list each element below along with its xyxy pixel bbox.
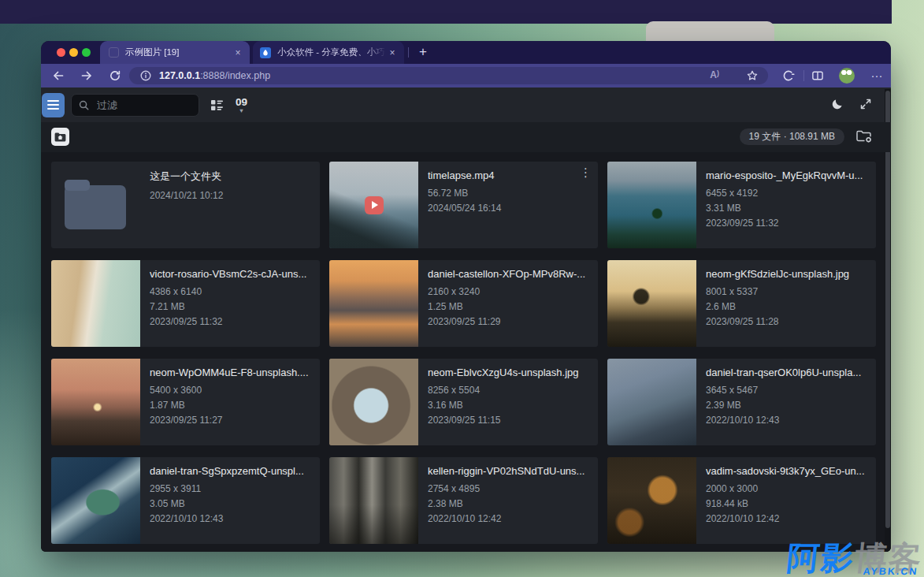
scrollbar-track[interactable]: [885, 89, 891, 552]
moon-icon[interactable]: [831, 97, 844, 110]
file-info: neom-gKfSdzielJc-unsplash.jpg 8001 x 533…: [696, 260, 876, 347]
file-card[interactable]: daniel-tran-SgSpxpzemtQ-unspl... 2955 x …: [51, 457, 320, 544]
list-layout-icon[interactable]: [210, 99, 224, 112]
url-path: :8888/index.php: [200, 70, 270, 81]
search-icon: [78, 99, 90, 111]
file-info: daniel-tran-qserOK0lp6U-unspla... 3645 x…: [696, 359, 876, 445]
file-dims: 8001 x 5337: [706, 285, 866, 300]
thumbnail: [51, 359, 140, 445]
url-host: 127.0.0.1: [159, 70, 200, 81]
site-info-icon[interactable]: [139, 69, 152, 82]
folder-settings-icon[interactable]: [855, 128, 873, 144]
tab-appinn[interactable]: 小众软件 - 分享免费、小巧、实用 ×: [253, 41, 404, 64]
file-card[interactable]: daniel-castellon-XFOp-MPv8Rw-... 2160 x …: [329, 260, 598, 347]
new-tab-button[interactable]: +: [414, 43, 432, 61]
read-aloud-icon[interactable]: A): [710, 69, 719, 80]
file-date: 2023/09/25 11:28: [706, 315, 866, 329]
file-date: 2023/09/25 11:32: [150, 315, 310, 329]
file-card[interactable]: 这是一个文件夹 2024/10/21 10:12: [51, 162, 320, 248]
thumbnail: [51, 260, 140, 347]
file-info: daniel-tran-SgSpxpzemtQ-unspl... 2955 x …: [140, 457, 320, 544]
toolbar-divider: [803, 70, 804, 81]
browser-navbar: 127.0.0.1:8888/index.php A) ···: [41, 64, 891, 87]
hamburger-menu-button[interactable]: [42, 93, 65, 117]
file-card[interactable]: neom-gKfSdzielJc-unsplash.jpg 8001 x 533…: [607, 260, 876, 347]
file-dims: 2000 x 3000: [706, 482, 866, 497]
favorite-star-icon[interactable]: [746, 69, 759, 82]
file-date: 2023/09/25 11:27: [150, 413, 310, 428]
zoom-window-button[interactable]: [82, 48, 91, 57]
file-name: neom-EblvcXzgU4s-unsplash.jpg: [428, 367, 588, 378]
home-folder-icon: [54, 130, 67, 143]
file-date: 2023/09/25 11:32: [706, 216, 866, 231]
file-name: neom-WpOMM4uE-F8-unsplash....: [150, 367, 310, 378]
close-window-button[interactable]: [57, 48, 65, 57]
file-size: 1.87 MB: [150, 398, 310, 413]
forward-arrow-icon[interactable]: [80, 69, 93, 82]
file-card[interactable]: mario-esposito-_MyEgkRqvvM-u... 6455 x 4…: [607, 162, 876, 248]
file-date: 2022/10/10 12:43: [150, 512, 310, 527]
file-dims: 2160 x 3240: [428, 285, 588, 300]
thumbnail: [51, 457, 140, 544]
file-card[interactable]: neom-EblvcXzgU4s-unsplash.jpg 8256 x 550…: [329, 359, 598, 445]
file-card[interactable]: kellen-riggin-VP02hSNdTdU-uns... 2754 x …: [329, 457, 598, 544]
sort-label: 09: [236, 96, 247, 108]
file-info: kellen-riggin-VP02hSNdTdU-uns... 2754 x …: [418, 457, 598, 544]
file-card[interactable]: victor-rosario-VBsmC2s-cJA-uns... 4386 x…: [51, 260, 320, 347]
blank-page-icon: [109, 47, 119, 58]
file-card[interactable]: timelapse.mp4 56.72 MB 2024/05/24 16:14 …: [329, 162, 598, 248]
tab-title: 小众软件 - 分享免费、小巧、实用: [271, 47, 386, 58]
file-date: 2024/10/21 10:12: [150, 188, 310, 203]
tab-title: 示例图片 [19]: [119, 47, 232, 58]
thumbnail: [329, 162, 418, 248]
thumbnail: [329, 260, 418, 347]
split-screen-icon[interactable]: [811, 69, 824, 82]
file-name: daniel-tran-SgSpxpzemtQ-unspl...: [150, 465, 310, 477]
file-name: victor-rosario-VBsmC2s-cJA-uns...: [150, 268, 310, 280]
file-dims: 4386 x 6140: [150, 285, 310, 300]
water-drop-icon: [260, 47, 271, 58]
filter-input[interactable]: [95, 95, 196, 115]
desktop-background: 示例图片 [19] × 小众软件 - 分享免费、小巧、实用 × +: [0, 0, 924, 577]
sort-order-button[interactable]: 09 ▼: [236, 96, 247, 114]
thumbnail: [607, 162, 696, 248]
app-toolbar: 09 ▼: [41, 87, 891, 122]
file-card[interactable]: daniel-tran-qserOK0lp6U-unspla... 3645 x…: [607, 359, 876, 445]
scrollbar-thumb[interactable]: [885, 91, 890, 528]
file-name: 这是一个文件夹: [150, 169, 310, 184]
file-dims: 5400 x 3600: [150, 383, 310, 398]
file-card[interactable]: neom-WpOMM4uE-F8-unsplash.... 5400 x 360…: [51, 359, 320, 445]
file-date: 2024/05/24 16:14: [428, 201, 588, 216]
file-name: kellen-riggin-VP02hSNdTdU-uns...: [428, 465, 588, 477]
address-bar[interactable]: 127.0.0.1:8888/index.php A): [129, 67, 768, 84]
file-card[interactable]: vadim-sadovski-9t3k7yx_GEo-un... 2000 x …: [607, 457, 876, 544]
filter-search-box[interactable]: [71, 94, 199, 117]
thumbnail: [607, 457, 696, 544]
file-dims: 6455 x 4192: [706, 186, 866, 201]
file-grid: 这是一个文件夹 2024/10/21 10:12 timelapse.mp4 5…: [51, 162, 876, 544]
close-icon[interactable]: ×: [386, 47, 399, 59]
file-size: 56.72 MB: [428, 186, 588, 201]
extensions-icon[interactable]: [782, 69, 795, 82]
tab-sample-images[interactable]: 示例图片 [19] ×: [100, 41, 250, 64]
file-size: 3.16 MB: [428, 398, 588, 413]
reload-icon[interactable]: [109, 69, 121, 82]
file-date: 2022/10/10 12:42: [428, 512, 588, 527]
minimize-window-button[interactable]: [69, 48, 78, 57]
home-folder-button[interactable]: [51, 128, 69, 146]
more-menu-button[interactable]: ⋮: [580, 166, 592, 178]
profile-avatar[interactable]: [839, 68, 855, 84]
more-menu-icon[interactable]: ···: [868, 68, 885, 84]
file-size: 3.31 MB: [706, 201, 866, 216]
close-icon[interactable]: ×: [232, 47, 244, 59]
thumbnail: [329, 457, 418, 544]
file-date: 2023/09/25 11:15: [428, 413, 588, 428]
file-browser-app: 09 ▼ 19 文件 · 108.91 MB: [41, 87, 891, 552]
background-window-band: [0, 0, 892, 24]
expand-arrows-icon[interactable]: [859, 98, 872, 110]
file-size: 2.6 MB: [706, 300, 866, 315]
thumbnail: [51, 162, 140, 248]
play-icon[interactable]: [365, 196, 384, 214]
back-arrow-icon[interactable]: [52, 69, 65, 82]
file-info: neom-EblvcXzgU4s-unsplash.jpg 8256 x 550…: [418, 359, 598, 445]
